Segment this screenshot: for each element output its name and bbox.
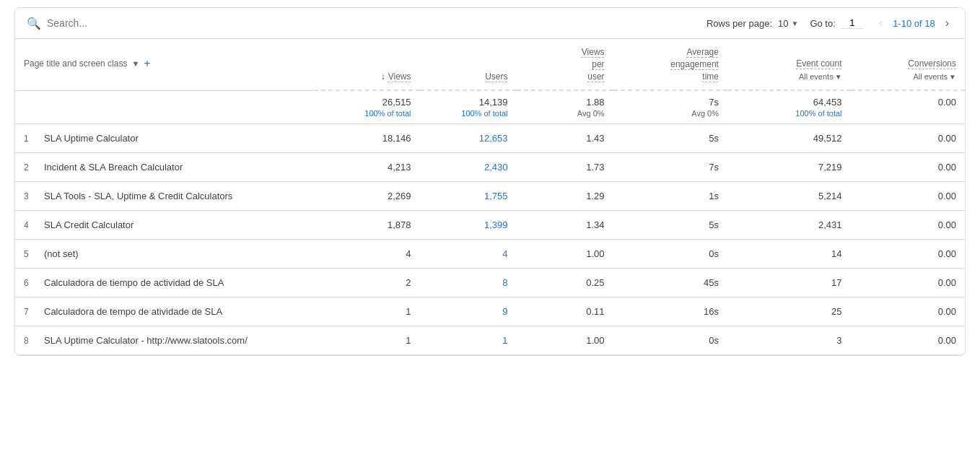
row-event-count: 14 xyxy=(727,240,851,269)
table-row: 2Incident & SLA Breach Calculator4,2132,… xyxy=(15,153,965,182)
row-event-count: 17 xyxy=(727,269,851,297)
row-conversions: 0.00 xyxy=(851,297,965,326)
row-views: 1 xyxy=(314,326,419,355)
row-page-title[interactable]: (not set) xyxy=(44,248,79,259)
row-aet: 5s xyxy=(613,211,727,240)
table-row: 7Calculadora de tempo de atividade de SL… xyxy=(15,297,965,326)
row-aet: 0s xyxy=(613,326,727,355)
row-page-title[interactable]: SLA Uptime Calculator - http://www.slato… xyxy=(44,335,248,346)
row-index: 4 xyxy=(24,219,35,230)
goto-section: Go to: xyxy=(810,17,862,29)
row-conversions: 0.00 xyxy=(851,153,965,182)
summary-aet: 7s Avg 0% xyxy=(613,90,727,124)
row-page-title[interactable]: SLA Credit Calculator xyxy=(44,219,134,230)
row-page-title[interactable]: Calculadora de tempo de atividade de SLA xyxy=(44,306,222,317)
row-vpu: 1.00 xyxy=(517,240,613,269)
row-dimension: 4SLA Credit Calculator xyxy=(15,211,314,239)
row-conversions: 0.00 xyxy=(851,124,965,153)
row-conversions: 0.00 xyxy=(851,326,965,355)
search-input[interactable] xyxy=(47,17,191,29)
row-views: 2 xyxy=(314,269,419,297)
row-index: 7 xyxy=(24,306,35,317)
event-count-dropdown-icon[interactable]: ▼ xyxy=(835,72,842,82)
col-header-event-count: Event count All events ▼ xyxy=(727,39,851,90)
next-page-button[interactable]: › xyxy=(941,15,953,31)
row-vpu: 0.11 xyxy=(517,297,613,326)
table-row: 5(not set)441.000s140.00 xyxy=(15,240,965,269)
dimension-filter-icon[interactable]: ▼ xyxy=(131,58,139,69)
row-page-title[interactable]: SLA Tools - SLA, Uptime & Credit Calcula… xyxy=(44,191,232,201)
table-row: 3SLA Tools - SLA, Uptime & Credit Calcul… xyxy=(15,182,965,211)
analytics-table-container: 🔍 Rows per page: 10 ▼ Go to: ‹ 1-10 of 1… xyxy=(14,7,966,356)
row-page-title[interactable]: Calculadora de tiempo de actividad de SL… xyxy=(44,277,224,288)
row-vpu: 1.73 xyxy=(517,153,613,182)
event-count-sub-label: All events xyxy=(799,71,834,82)
table-row: 4SLA Credit Calculator1,8781,3991.345s2,… xyxy=(15,211,965,240)
row-index: 5 xyxy=(24,248,35,259)
row-conversions: 0.00 xyxy=(851,211,965,240)
conversions-dropdown-icon[interactable]: ▼ xyxy=(949,72,956,82)
row-event-count: 3 xyxy=(727,326,851,355)
row-users: 12,653 xyxy=(420,124,517,153)
row-event-count: 2,431 xyxy=(727,211,851,240)
add-column-button[interactable]: + xyxy=(144,56,150,71)
vpu-col-label: Viewsperuser xyxy=(582,46,605,82)
search-box: 🔍 xyxy=(27,17,706,30)
row-index: 6 xyxy=(24,277,35,288)
data-table: Page title and screen class ▼ + ↓ Views xyxy=(15,39,965,355)
row-aet: 16s xyxy=(613,297,727,326)
row-users: 2,430 xyxy=(420,153,517,182)
row-index: 8 xyxy=(24,335,35,346)
row-dimension: 1SLA Uptime Calculator xyxy=(15,124,314,152)
aet-col-label: Averageengagementtime xyxy=(670,46,719,82)
rows-per-page-label: Rows per page: xyxy=(706,18,772,29)
row-views: 18,146 xyxy=(314,124,419,153)
row-dimension: 2Incident & SLA Breach Calculator xyxy=(15,153,314,181)
views-col-label[interactable]: Views xyxy=(388,71,411,83)
summary-conversions: 0.00 xyxy=(851,90,965,124)
col-header-views: ↓ Views xyxy=(314,39,419,90)
prev-page-button[interactable]: ‹ xyxy=(875,15,887,31)
table-row: 6Calculadora de tiempo de actividad de S… xyxy=(15,269,965,297)
search-icon: 🔍 xyxy=(27,17,41,30)
row-views: 1,878 xyxy=(314,211,419,240)
row-event-count: 5,214 xyxy=(727,182,851,211)
row-dimension: 3SLA Tools - SLA, Uptime & Credit Calcul… xyxy=(15,182,314,210)
row-dimension: 8SLA Uptime Calculator - http://www.slat… xyxy=(15,326,314,354)
event-count-col-label[interactable]: Event count xyxy=(796,58,841,70)
row-vpu: 1.43 xyxy=(517,124,613,153)
dimension-label: Page title and screen class xyxy=(24,58,127,70)
summary-views: 26,515 100% of total xyxy=(314,90,419,124)
rows-per-page-value: 10 xyxy=(778,18,788,29)
row-page-title[interactable]: Incident & SLA Breach Calculator xyxy=(44,162,183,173)
summary-row: 26,515 100% of total 14,139 100% of tota… xyxy=(15,90,965,124)
summary-vpu: 1.88 Avg 0% xyxy=(517,90,613,124)
row-conversions: 0.00 xyxy=(851,240,965,269)
row-conversions: 0.00 xyxy=(851,269,965,297)
rows-dropdown-arrow-icon: ▼ xyxy=(791,19,798,27)
row-aet: 0s xyxy=(613,240,727,269)
row-aet: 45s xyxy=(613,269,727,297)
col-header-aet: Averageengagementtime xyxy=(613,39,727,90)
row-dimension: 5(not set) xyxy=(15,240,314,268)
row-users: 1,755 xyxy=(420,182,517,211)
row-index: 3 xyxy=(24,191,35,201)
row-users: 9 xyxy=(420,297,517,326)
summary-dimension xyxy=(15,90,314,124)
users-col-label[interactable]: Users xyxy=(485,71,507,83)
col-header-users: Users xyxy=(420,39,517,90)
row-aet: 1s xyxy=(613,182,727,211)
row-index: 2 xyxy=(24,162,35,173)
conversions-col-label[interactable]: Conversions xyxy=(908,58,956,70)
row-aet: 5s xyxy=(613,124,727,153)
goto-input[interactable] xyxy=(841,17,863,29)
row-views: 4 xyxy=(314,240,419,269)
row-page-title[interactable]: SLA Uptime Calculator xyxy=(44,133,139,144)
rows-per-page-select[interactable]: 10 ▼ xyxy=(778,18,798,29)
row-vpu: 1.00 xyxy=(517,326,613,355)
row-vpu: 1.34 xyxy=(517,211,613,240)
toolbar: 🔍 Rows per page: 10 ▼ Go to: ‹ 1-10 of 1… xyxy=(15,8,965,39)
table-header-row: Page title and screen class ▼ + ↓ Views xyxy=(15,39,965,90)
row-dimension: 7Calculadora de tempo de atividade de SL… xyxy=(15,297,314,326)
row-users: 8 xyxy=(420,269,517,297)
